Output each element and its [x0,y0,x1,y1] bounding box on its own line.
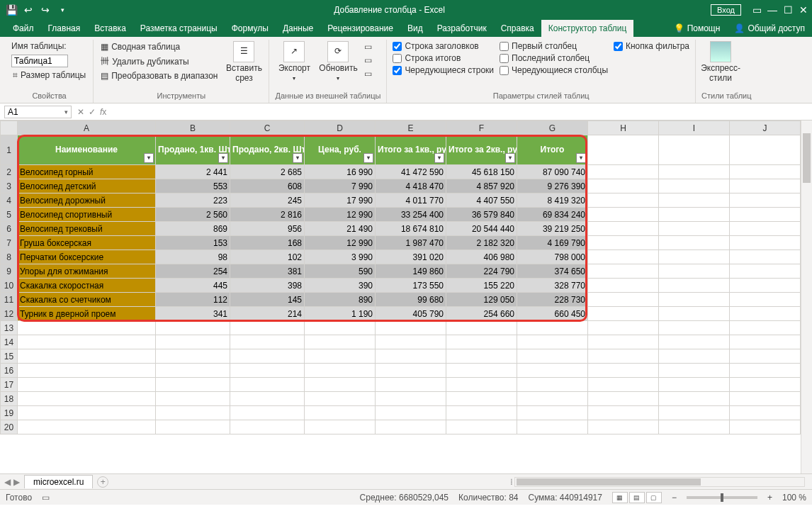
chk-filter-button[interactable]: Кнопка фильтра [614,41,689,51]
zoom-level[interactable]: 100 % [782,493,806,503]
table-header-cell[interactable]: Итого за 1кв., руб.▾ [376,135,446,165]
empty-cell[interactable] [517,378,588,392]
select-all-cell[interactable] [1,121,18,135]
pivot-button[interactable]: ▦Сводная таблица [99,41,219,52]
empty-cell[interactable] [446,406,517,420]
minimize-icon[interactable]: — [767,4,778,16]
data-cell[interactable]: 145 [230,293,305,307]
data-cell[interactable]: Скакалка скоростная [18,279,156,293]
data-cell[interactable]: 21 490 [305,222,376,236]
tab-insert[interactable]: Вставка [87,20,133,37]
empty-cell[interactable] [230,335,305,349]
chk-total-row[interactable]: Строка итогов [393,53,494,63]
empty-cell[interactable] [730,264,801,279]
empty-cell[interactable] [730,222,801,236]
data-cell[interactable]: 214 [230,307,305,321]
data-cell[interactable]: 405 790 [376,307,446,321]
data-cell[interactable]: 956 [230,222,305,236]
data-cell[interactable]: 553 [156,179,230,194]
insert-slicer-button[interactable]: ☰ Вставить срез [225,41,263,84]
data-cell[interactable]: 374 650 [517,264,588,279]
data-cell[interactable]: 381 [230,264,305,279]
data-cell[interactable]: 99 680 [376,293,446,307]
empty-cell[interactable] [659,420,730,434]
empty-cell[interactable] [588,349,659,364]
empty-cell[interactable] [446,378,517,392]
data-cell[interactable]: 660 450 [517,307,588,321]
data-cell[interactable]: 149 860 [376,264,446,279]
col-header[interactable]: J [730,121,801,135]
empty-cell[interactable] [588,194,659,208]
table-header-cell[interactable]: Продано, 2кв. Шт.▾ [230,135,305,165]
empty-cell[interactable] [376,364,446,378]
fx-icon[interactable]: fx [100,107,106,117]
filter-icon[interactable]: ▾ [434,153,444,163]
row-header[interactable]: 7 [1,236,18,250]
empty-cell[interactable] [588,208,659,222]
col-header[interactable]: A [18,121,156,135]
empty-cell[interactable] [659,222,730,236]
empty-cell[interactable] [588,378,659,392]
data-cell[interactable]: Велосипед дорожный [18,194,156,208]
data-cell[interactable]: 224 790 [446,264,517,279]
data-cell[interactable]: 223 [156,194,230,208]
data-cell[interactable]: 87 090 740 [517,165,588,179]
qat-customize-icon[interactable]: ▾ [57,4,68,16]
empty-cell[interactable] [305,364,376,378]
empty-cell[interactable] [18,364,156,378]
empty-cell[interactable] [730,236,801,250]
data-cell[interactable]: 590 [305,264,376,279]
empty-cell[interactable] [588,250,659,264]
tab-file[interactable]: Файл [6,20,41,37]
empty-cell[interactable] [659,392,730,406]
zoom-out-icon[interactable]: − [672,493,677,503]
row-header[interactable]: 19 [1,406,18,420]
data-cell[interactable]: 102 [230,250,305,264]
data-cell[interactable]: 4 407 550 [446,194,517,208]
data-cell[interactable]: 41 472 590 [376,165,446,179]
save-icon[interactable]: 💾 [6,4,17,16]
empty-cell[interactable] [376,420,446,434]
express-styles-button[interactable]: Экспресс- стили [701,41,740,84]
data-cell[interactable]: 341 [156,307,230,321]
chk-header-row[interactable]: Строка заголовков [393,41,494,51]
zoom-slider[interactable] [687,496,757,499]
empty-cell[interactable] [156,378,230,392]
empty-cell[interactable] [156,420,230,434]
data-cell[interactable]: 406 980 [446,250,517,264]
data-cell[interactable]: 398 [230,279,305,293]
data-cell[interactable]: Велосипед горный [18,165,156,179]
row-header[interactable]: 17 [1,378,18,392]
data-cell[interactable]: 228 730 [517,293,588,307]
empty-cell[interactable] [730,420,801,434]
data-cell[interactable]: 20 544 440 [446,222,517,236]
data-cell[interactable]: Турник в дверной проем [18,307,156,321]
data-cell[interactable]: 1 190 [305,307,376,321]
row-header[interactable]: 2 [1,165,18,179]
ribbon-display-icon[interactable]: ▭ [751,4,762,16]
col-header[interactable]: G [517,121,588,135]
empty-cell[interactable] [230,378,305,392]
filter-icon[interactable]: ▾ [218,153,228,163]
data-cell[interactable]: 2 816 [230,208,305,222]
data-cell[interactable]: 2 685 [230,165,305,179]
empty-cell[interactable] [659,264,730,279]
empty-cell[interactable] [659,208,730,222]
empty-cell[interactable] [730,179,801,194]
empty-cell[interactable] [659,250,730,264]
row-header[interactable]: 9 [1,264,18,279]
row-header[interactable]: 12 [1,307,18,321]
chevron-down-icon[interactable]: ▾ [64,108,68,116]
vertical-scrollbar[interactable] [801,120,812,473]
empty-cell[interactable] [376,378,446,392]
empty-cell[interactable] [730,307,801,321]
data-cell[interactable]: 4 011 770 [376,194,446,208]
refresh-button[interactable]: ⟳ Обновить▾ [319,41,357,82]
spreadsheet-grid[interactable]: ABCDEFGHIJ1Наименование▾Продано, 1кв. Шт… [0,120,812,473]
tab-formulas[interactable]: Формулы [225,20,276,37]
convert-range-button[interactable]: ▤Преобразовать в диапазон [99,70,219,82]
empty-cell[interactable] [230,392,305,406]
data-cell[interactable]: 17 990 [305,194,376,208]
empty-cell[interactable] [659,321,730,335]
row-header[interactable]: 3 [1,179,18,194]
